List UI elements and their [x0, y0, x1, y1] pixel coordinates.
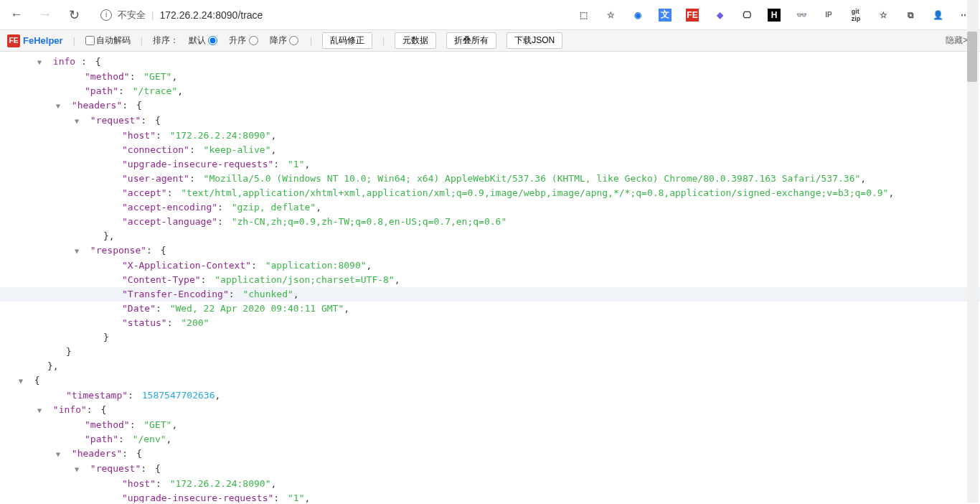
json-line[interactable]: "timestamp": 1587547702636, — [0, 388, 980, 403]
json-line[interactable]: ▼ "request": { — [0, 462, 980, 477]
ext-icon-4[interactable]: ◆ — [713, 9, 726, 22]
toggle-icon[interactable]: ▼ — [37, 403, 46, 418]
toggle-icon[interactable]: ▼ — [56, 447, 65, 462]
json-line[interactable]: "user-agent": "Mozilla/5.0 (Windows NT 1… — [0, 172, 980, 186]
info-icon[interactable]: i — [100, 9, 112, 21]
collections-icon[interactable]: ⧉ — [904, 9, 917, 22]
json-line[interactable]: "Transfer-Encoding": "chunked", — [0, 287, 980, 302]
json-line[interactable]: "method": "GET", — [0, 70, 980, 84]
json-line[interactable]: "accept-encoding": "gzip, deflate", — [0, 200, 980, 215]
back-button[interactable]: ← — [9, 7, 24, 23]
ext-icon-5[interactable]: 🖵 — [740, 9, 753, 22]
json-line[interactable]: ▼ "request": { — [0, 113, 980, 129]
ext-icon-8[interactable]: IP — [822, 9, 835, 22]
toggle-icon[interactable]: ▼ — [56, 99, 65, 113]
json-line[interactable]: "Content-Type": "application/json;charse… — [0, 273, 980, 287]
json-line[interactable]: "host": "172.26.2.24:8090", — [0, 477, 980, 491]
translate-icon[interactable]: ⬚ — [577, 9, 590, 22]
fehelper-badge-icon: FE — [7, 34, 20, 47]
fehelper-toolbar: FE FeHelper | 自动解码 | 排序： 默认 升序 降序 | 乱码修正… — [0, 30, 980, 52]
json-line[interactable]: ▼ "headers": { — [0, 98, 980, 113]
url-text: 172.26.2.24:8090/trace — [159, 9, 263, 21]
fehelper-logo[interactable]: FE FeHelper — [7, 34, 63, 47]
json-line[interactable]: }, — [0, 359, 980, 373]
ext-icon-9[interactable]: gitzip — [849, 9, 862, 22]
json-line[interactable]: "X-Application-Context": "application:80… — [0, 258, 980, 273]
insecure-label: 不安全 — [118, 9, 146, 22]
json-line[interactable]: ▼ info : { — [0, 55, 980, 70]
json-viewer[interactable]: ▼ info : {"method": "GET","path": "/trac… — [0, 52, 980, 503]
refresh-button[interactable]: ↻ — [66, 7, 82, 23]
favorites-icon[interactable]: ☆ — [877, 9, 890, 22]
download-json-button[interactable]: 下载JSON — [507, 32, 562, 49]
forward-button[interactable]: → — [37, 7, 53, 23]
json-line[interactable]: "Date": "Wed, 22 Apr 2020 09:40:11 GMT", — [0, 302, 980, 316]
json-line[interactable]: "status": "200" — [0, 316, 980, 330]
json-line[interactable]: }, — [0, 229, 980, 243]
collapse-all-button[interactable]: 折叠所有 — [446, 32, 496, 49]
json-line[interactable]: ▼ { — [0, 373, 980, 388]
profile-icon[interactable]: 👤 — [931, 9, 944, 22]
json-line[interactable]: ▼ "info": { — [0, 403, 980, 418]
ext-icon-2[interactable]: 文 — [659, 9, 672, 22]
toggle-icon[interactable]: ▼ — [37, 55, 46, 70]
json-line[interactable]: } — [0, 330, 980, 345]
json-line[interactable]: "accept-language": "zh-CN,zh;q=0.9,zh-TW… — [0, 215, 980, 229]
json-line[interactable]: "upgrade-insecure-requests": "1", — [0, 491, 980, 503]
fehelper-ext-icon[interactable]: FE — [686, 9, 699, 22]
sort-default-radio[interactable]: 默认 — [189, 34, 219, 47]
toggle-icon[interactable]: ▼ — [75, 462, 83, 477]
json-line[interactable]: "accept": "text/html,application/xhtml+x… — [0, 186, 980, 200]
extension-icons: ⬚ ☆ ◉ 文 FE ◆ 🖵 H 👓 IP gitzip ☆ ⧉ 👤 ⋯ — [577, 9, 971, 22]
ext-icon-1[interactable]: ◉ — [631, 9, 644, 22]
metadata-button[interactable]: 元数据 — [395, 32, 436, 49]
toggle-icon[interactable]: ▼ — [75, 244, 83, 258]
json-line[interactable]: ▼ "response": { — [0, 243, 980, 258]
sort-label: 排序： — [153, 34, 179, 47]
toggle-icon[interactable]: ▼ — [75, 114, 83, 129]
scrollbar-thumb[interactable] — [967, 32, 977, 82]
scrollbar[interactable] — [967, 0, 979, 503]
json-line[interactable]: "method": "GET", — [0, 418, 980, 432]
browser-toolbar: ← → ↻ i 不安全 | 172.26.2.24:8090/trace ⬚ ☆… — [0, 0, 980, 30]
toggle-icon[interactable]: ▼ — [19, 374, 27, 388]
json-line[interactable]: "upgrade-insecure-requests": "1", — [0, 157, 980, 172]
ext-icon-7[interactable]: 👓 — [795, 9, 808, 22]
ext-icon-6[interactable]: H — [768, 9, 781, 22]
json-line[interactable]: "connection": "keep-alive", — [0, 143, 980, 157]
json-line[interactable]: "path": "/env", — [0, 432, 980, 447]
star-icon[interactable]: ☆ — [604, 9, 617, 22]
auto-decode-checkbox[interactable]: 自动解码 — [85, 34, 131, 47]
sort-asc-radio[interactable]: 升序 — [229, 34, 259, 47]
sort-desc-radio[interactable]: 降序 — [270, 34, 300, 47]
json-line[interactable]: } — [0, 345, 980, 359]
url-bar[interactable]: i 不安全 | 172.26.2.24:8090/trace — [95, 4, 564, 26]
json-line[interactable]: ▼ "headers": { — [0, 447, 980, 462]
json-line[interactable]: "host": "172.26.2.24:8090", — [0, 129, 980, 143]
json-line[interactable]: "path": "/trace", — [0, 84, 980, 98]
fix-encoding-button[interactable]: 乱码修正 — [322, 32, 372, 49]
